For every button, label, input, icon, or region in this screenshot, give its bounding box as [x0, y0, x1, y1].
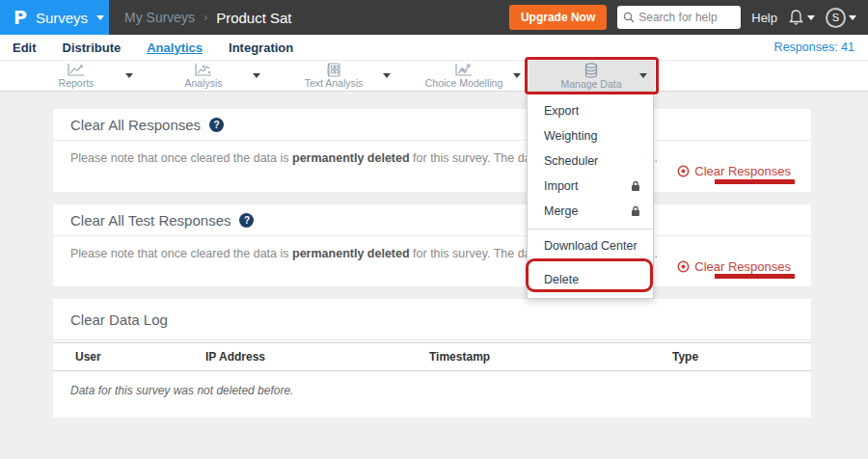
clear-responses-label: Clear Responses [694, 164, 791, 178]
header-actions: Upgrade Now Help S [509, 5, 868, 30]
menu-divider [528, 229, 653, 230]
clear-target-icon [677, 165, 690, 177]
questionpro-logo: P [14, 7, 27, 28]
toolbar-label: Reports [59, 77, 95, 89]
help-icon[interactable]: ? [209, 118, 224, 132]
log-table-header: User IP Address Timestamp Type [53, 342, 811, 371]
breadcrumb: My Surveys › Product Sat [124, 10, 292, 26]
warning-note: Please note that once cleared the data i… [53, 141, 811, 165]
menu-item-merge[interactable]: Merge [528, 199, 653, 224]
top-header: P Surveys My Surveys › Product Sat Upgra… [0, 0, 868, 35]
clear-responses-label: Clear Responses [694, 259, 791, 274]
column-header-user: User [75, 350, 205, 364]
toolbar-label: Analysis [184, 77, 222, 89]
tab-distribute[interactable]: Distribute [63, 40, 122, 55]
lock-icon [631, 180, 640, 192]
section-title: Clear Data Log [70, 311, 168, 328]
menu-item-download-center[interactable]: Download Center [528, 233, 653, 258]
bell-icon [788, 9, 804, 26]
manage-data-dropdown: Export Weighting Scheduler Import Merge … [527, 93, 654, 299]
chevron-down-icon[interactable] [125, 73, 133, 78]
survey-nav: Edit Distribute Analytics Integration Re… [0, 35, 868, 60]
menu-item-weighting[interactable]: Weighting [528, 123, 653, 148]
clear-test-responses-section: Clear All Test Responses ? Please note t… [53, 204, 811, 286]
clear-responses-button[interactable]: Clear Responses [677, 164, 791, 178]
menu-item-delete[interactable]: Delete [528, 267, 653, 292]
analytics-toolbar: Reports Analysis Text Analysis Choice Mo… [0, 60, 868, 92]
help-search [617, 6, 741, 29]
help-link[interactable]: Help [751, 11, 777, 25]
menu-item-scheduler[interactable]: Scheduler [528, 148, 653, 174]
toolbar-analysis[interactable]: Analysis [147, 61, 260, 91]
chevron-down-icon [849, 15, 856, 20]
chevron-down-icon[interactable] [513, 73, 521, 78]
menu-item-export[interactable]: Export [528, 98, 653, 123]
breadcrumb-separator-icon: › [203, 11, 207, 24]
section-header: Clear Data Log [53, 299, 811, 340]
toolbar-manage-data[interactable]: Manage Data [528, 61, 655, 91]
avatar: S [826, 8, 846, 28]
breadcrumb-current: Product Sat [216, 10, 291, 26]
log-empty-message: Data for this survey was not deleted bef… [53, 371, 811, 397]
section-header: Clear All Responses ? [53, 109, 811, 141]
warning-note: Please note that once cleared the data i… [53, 236, 811, 260]
toolbar-label: Text Analysis [305, 77, 364, 89]
breadcrumb-parent[interactable]: My Surveys [124, 10, 195, 25]
lock-icon [631, 205, 640, 217]
notifications-menu[interactable] [788, 9, 815, 26]
toolbar-label: Choice Modelling [425, 77, 503, 89]
chevron-down-icon [96, 15, 104, 20]
toolbar-text-analysis[interactable]: Text Analysis [277, 61, 391, 91]
clear-test-responses-button[interactable]: Clear Responses [677, 259, 791, 274]
text-analysis-icon [326, 63, 341, 77]
column-header-ip: IP Address [205, 350, 429, 364]
chevron-down-icon[interactable] [383, 73, 391, 78]
menu-item-import[interactable]: Import [528, 174, 653, 199]
choice-modelling-icon [454, 63, 474, 77]
section-title: Clear All Test Responses [70, 212, 231, 229]
tab-edit[interactable]: Edit [13, 40, 37, 55]
analysis-icon [194, 63, 213, 77]
toolbar-label: Manage Data [560, 78, 621, 90]
column-header-timestamp: Timestamp [429, 350, 672, 364]
clear-target-icon [677, 260, 690, 273]
chevron-down-icon[interactable] [639, 73, 647, 78]
reports-icon [67, 63, 86, 77]
search-icon [623, 12, 635, 23]
search-input[interactable] [638, 11, 731, 24]
account-menu[interactable]: S [826, 8, 856, 28]
manage-data-icon [583, 63, 600, 78]
tab-analytics[interactable]: Analytics [147, 40, 203, 55]
clear-data-log-section: Clear Data Log User IP Address Timestamp… [53, 299, 811, 418]
help-icon[interactable]: ? [239, 213, 254, 228]
app-name: Surveys [36, 10, 88, 26]
chevron-down-icon [807, 15, 815, 20]
upgrade-now-button[interactable]: Upgrade Now [509, 5, 607, 30]
responses-count: Responses: 41 [774, 40, 868, 54]
surveys-app-switcher[interactable]: P Surveys [0, 0, 109, 35]
clear-all-responses-section: Clear All Responses ? Please note that o… [53, 109, 811, 192]
column-header-type: Type [672, 350, 811, 364]
section-title: Clear All Responses [70, 117, 201, 133]
section-header: Clear All Test Responses ? [53, 204, 811, 236]
toolbar-reports[interactable]: Reports [19, 61, 133, 91]
tab-integration[interactable]: Integration [229, 40, 293, 55]
chevron-down-icon[interactable] [253, 73, 260, 78]
app-window: P Surveys My Surveys › Product Sat Upgra… [0, 0, 868, 459]
toolbar-choice-modelling[interactable]: Choice Modelling [407, 61, 521, 91]
